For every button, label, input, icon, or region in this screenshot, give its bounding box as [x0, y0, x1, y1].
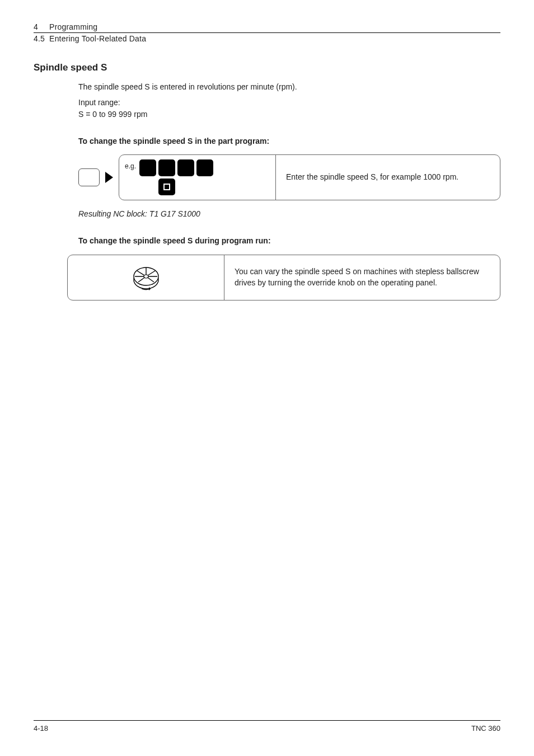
- chapter-number: 4: [34, 22, 47, 31]
- svg-point-9: [144, 275, 148, 278]
- numeric-keys-icon: [139, 159, 213, 195]
- footer-page-number: 4-18: [34, 724, 48, 732]
- blank-softkey-icon: [78, 168, 100, 186]
- intro-text: The spindle speed S is entered in revolu…: [78, 81, 500, 92]
- instruction-2-text: You can vary the spindle speed S on mach…: [224, 255, 500, 300]
- subheading-1: To change the spindle speed S in the par…: [78, 135, 500, 147]
- instruction-row-2: You can vary the spindle speed S on mach…: [67, 255, 500, 300]
- instruction-row-1: e.g. Enter the spindle speed S, for exam…: [78, 154, 500, 200]
- input-range-label: Input range:: [78, 98, 120, 107]
- section-title-header: Entering Tool-Related Data: [49, 34, 146, 43]
- footer-product: TNC 360: [471, 724, 500, 732]
- key-0c-icon: [196, 159, 213, 176]
- header-rule: [34, 32, 500, 33]
- key-1-icon: [139, 159, 156, 176]
- page-footer: 4-18 TNC 360: [34, 720, 500, 732]
- input-range-value: S = 0 to 99 999 rpm: [78, 110, 147, 119]
- section-heading: Spindle speed S: [34, 62, 500, 73]
- ent-key-icon: [158, 179, 175, 195]
- chapter-title: Programming: [49, 22, 97, 31]
- section-number: 4.5: [34, 34, 47, 43]
- svg-marker-10: [149, 287, 151, 290]
- instruction-1-text: Enter the spindle speed S, for example 1…: [276, 155, 500, 200]
- subheading-2: To change the spindle speed S during pro…: [78, 235, 500, 246]
- override-knob-icon: [130, 263, 162, 292]
- eg-label: e.g.: [125, 162, 136, 171]
- key-0a-icon: [158, 159, 175, 176]
- arrow-right-icon: [105, 172, 113, 183]
- result-nc-block: Resulting NC block: T1 G17 S1000: [78, 208, 500, 219]
- key-0b-icon: [177, 159, 194, 176]
